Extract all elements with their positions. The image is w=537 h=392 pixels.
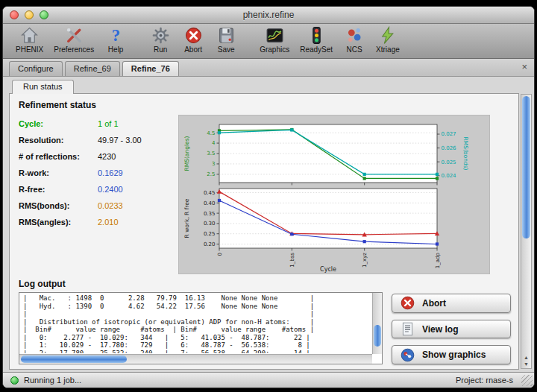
toolbar-item-label: ReadySet bbox=[300, 45, 333, 54]
action-button-label: Show graphics bbox=[422, 350, 486, 360]
main-scrollbar[interactable]: ▲ ▼ bbox=[521, 94, 532, 369]
field-value: 49.97 - 3.00 bbox=[98, 136, 142, 145]
log-line: | Mac. : 1498 0 2.28 79.79 16.13 None No… bbox=[23, 294, 371, 303]
toolbar-phenix[interactable]: PHENIX bbox=[10, 26, 48, 54]
svg-text:3.5: 3.5 bbox=[207, 151, 215, 157]
abort-button[interactable]: Abort bbox=[392, 294, 511, 313]
main-area: Refinement status Cycle:1 of 1Resolution… bbox=[3, 93, 534, 372]
save-icon bbox=[217, 26, 236, 45]
log-output[interactable]: | Mac. : 1498 0 2.28 79.79 16.13 None No… bbox=[19, 292, 383, 364]
readyset-icon bbox=[307, 26, 326, 45]
scroll-down-icon[interactable]: ▼ bbox=[524, 361, 529, 367]
subtab-row: Run status bbox=[3, 77, 534, 93]
log-horizontal-scrollbar-thumb[interactable] bbox=[21, 355, 127, 363]
toolbar-run[interactable]: Run bbox=[144, 26, 177, 54]
toolbar-item-label: PHENIX bbox=[16, 45, 43, 54]
view-log-icon bbox=[400, 321, 415, 337]
toolbar-save[interactable]: Save bbox=[210, 26, 242, 54]
svg-text:4.5: 4.5 bbox=[207, 130, 215, 136]
tab-configure[interactable]: Configure bbox=[9, 61, 63, 76]
running-status-text: Running 1 job... bbox=[24, 376, 81, 385]
svg-text:RMS(angles): RMS(angles) bbox=[183, 136, 190, 171]
field-label: Resolution: bbox=[19, 136, 98, 145]
svg-text:0.025: 0.025 bbox=[442, 159, 456, 165]
action-button-label: View log bbox=[422, 324, 458, 335]
log-line: | 2: 17.780 - 25.532: 240 | 7: 56.538 - … bbox=[23, 350, 371, 354]
status-field: R-free:0.2400 bbox=[19, 185, 166, 194]
show-graphics-button[interactable]: Show graphics bbox=[392, 345, 511, 364]
window-title: phenix.refine bbox=[3, 10, 534, 20]
xtriage-icon bbox=[378, 26, 397, 45]
svg-text:0.40: 0.40 bbox=[204, 200, 216, 206]
close-window-button[interactable] bbox=[10, 10, 19, 19]
running-indicator-icon bbox=[10, 376, 19, 385]
field-value: 1 of 1 bbox=[98, 119, 119, 128]
field-label: RMS(bonds): bbox=[19, 201, 98, 210]
toolbar-ncs[interactable]: NCS bbox=[338, 26, 371, 54]
log-line: | 0: 2.277 - 10.029: 344 | 5: 41.035 - 4… bbox=[23, 334, 371, 342]
view-log-button[interactable]: View log bbox=[392, 320, 511, 339]
svg-text:0.30: 0.30 bbox=[204, 221, 216, 227]
toolbar-preferences[interactable]: Preferences bbox=[48, 26, 99, 54]
log-horizontal-scrollbar[interactable] bbox=[19, 354, 372, 364]
svg-text:R work, R free: R work, R free bbox=[183, 198, 190, 238]
status-row: Cycle:1 of 1Resolution:49.97 - 3.00# of … bbox=[19, 115, 511, 274]
toolbar-graphics[interactable]: Graphics bbox=[254, 26, 295, 54]
log-text: | Mac. : 1498 0 2.28 79.79 16.13 None No… bbox=[23, 294, 371, 353]
tab-run-status[interactable]: Run status bbox=[12, 80, 74, 94]
svg-text:1_bss: 1_bss bbox=[289, 253, 295, 268]
log-vertical-scrollbar-thumb[interactable] bbox=[374, 325, 381, 347]
log-line: | 1: 10.029 - 17.780: 729 | 6: 48.787 - … bbox=[23, 341, 371, 350]
svg-text:0.024: 0.024 bbox=[442, 173, 457, 179]
project-label: Project: rnase-s bbox=[456, 376, 513, 385]
svg-text:4: 4 bbox=[212, 140, 216, 146]
main-scrollbar-buttons: ▲ ▼ bbox=[521, 354, 531, 367]
svg-text:0.027: 0.027 bbox=[442, 131, 456, 137]
toolbar-item-label: Graphics bbox=[260, 45, 289, 54]
refinement-status-title: Refinement status bbox=[19, 100, 511, 110]
svg-text:3: 3 bbox=[212, 161, 215, 167]
status-field: # of reflections:4230 bbox=[19, 152, 166, 161]
svg-text:RMS(bonds): RMS(bonds) bbox=[462, 136, 469, 170]
toolbar-help[interactable]: ?Help bbox=[99, 26, 132, 54]
status-field: Resolution:49.97 - 3.00 bbox=[19, 136, 166, 145]
field-label: R-work: bbox=[19, 168, 98, 177]
action-button-label: Abort bbox=[422, 298, 446, 309]
status-field: RMS(bonds):0.0233 bbox=[19, 201, 166, 210]
status-field: RMS(angles):2.010 bbox=[19, 218, 166, 227]
log-output-title: Log output bbox=[19, 279, 511, 289]
toolbar: PHENIXPreferences?HelpRunAbortSaveGraphi… bbox=[3, 24, 534, 59]
field-value: 0.2400 bbox=[98, 185, 123, 194]
log-vertical-scrollbar[interactable] bbox=[372, 293, 382, 354]
svg-text:0.026: 0.026 bbox=[442, 145, 457, 151]
scroll-up-icon[interactable]: ▲ bbox=[524, 354, 529, 361]
svg-text:1_xyz: 1_xyz bbox=[362, 253, 368, 268]
status-bar: Running 1 job... Project: rnase-s bbox=[3, 372, 534, 388]
toolbar-readyset[interactable]: ReadySet bbox=[295, 26, 338, 54]
tab-bar: ConfigureRefine_69Refine_76× bbox=[3, 59, 534, 77]
svg-text:?: ? bbox=[111, 26, 119, 45]
toolbar-xtriage[interactable]: Xtriage bbox=[371, 26, 405, 54]
traffic-lights bbox=[10, 10, 48, 19]
toolbar-abort[interactable]: Abort bbox=[177, 26, 210, 54]
run-icon bbox=[151, 26, 170, 45]
resize-grip[interactable] bbox=[521, 375, 533, 386]
zoom-window-button[interactable] bbox=[40, 10, 48, 19]
svg-text:2.5: 2.5 bbox=[207, 171, 215, 177]
phenix-refine-window: phenix.refine PHENIXPreferences?HelpRunA… bbox=[2, 6, 535, 388]
log-line: | Distribution of isotropic (or equivale… bbox=[23, 318, 371, 326]
abort-icon bbox=[184, 26, 203, 45]
phenix-icon bbox=[20, 26, 39, 45]
help-icon: ? bbox=[107, 26, 125, 45]
graphics-icon bbox=[266, 26, 284, 45]
svg-text:0.35: 0.35 bbox=[204, 211, 216, 217]
tab-close-button[interactable]: × bbox=[521, 62, 527, 72]
tab-refine-76[interactable]: Refine_76 bbox=[122, 61, 179, 76]
titlebar[interactable]: phenix.refine bbox=[3, 7, 534, 24]
tab-refine-69[interactable]: Refine_69 bbox=[65, 61, 120, 76]
main-scrollbar-thumb[interactable] bbox=[522, 96, 530, 238]
field-value: 0.1629 bbox=[98, 168, 123, 177]
chart-area: 2.533.544.5RMS(angles)0.0240.0250.0260.0… bbox=[178, 115, 490, 274]
minimize-window-button[interactable] bbox=[25, 10, 34, 19]
toolbar-item-label: Save bbox=[218, 45, 235, 54]
